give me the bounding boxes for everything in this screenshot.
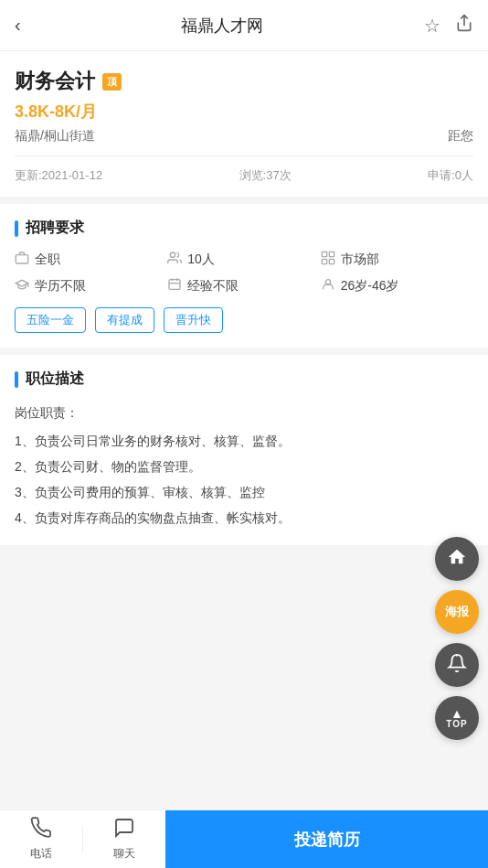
edu-icon bbox=[15, 277, 29, 295]
chat-icon bbox=[113, 817, 135, 844]
top-arrow-icon: ▲ bbox=[451, 707, 463, 720]
apply-label: 投递简历 bbox=[294, 829, 360, 851]
requirements-title: 招聘要求 bbox=[15, 219, 473, 238]
alarm-icon bbox=[447, 653, 467, 678]
chat-button[interactable]: 聊天 bbox=[83, 809, 165, 868]
top-label: TOP bbox=[446, 720, 467, 729]
tag-row: 五险一金 有提成 晋升快 bbox=[15, 307, 473, 333]
tag-promotion: 晋升快 bbox=[164, 307, 223, 333]
people-icon bbox=[167, 251, 182, 268]
phone-button[interactable]: 电话 bbox=[0, 809, 82, 868]
req-item-edu: 学历不限 bbox=[15, 277, 167, 295]
header-icons: ☆ bbox=[424, 14, 473, 37]
page-title: 福鼎人才网 bbox=[181, 15, 263, 37]
desc-item-2: 2、负责公司财、物的监督管理。 bbox=[15, 454, 473, 479]
job-salary: 3.8K-8K/月 bbox=[15, 101, 473, 123]
alarm-float-button[interactable] bbox=[435, 643, 479, 687]
description-card: 职位描述 岗位职责： 1、负责公司日常业务的财务核对、核算、监督。 2、负责公司… bbox=[0, 355, 488, 545]
requirements-card: 招聘要求 全职 bbox=[0, 204, 488, 348]
views-count: 浏览:37次 bbox=[239, 167, 292, 184]
description-title: 职位描述 bbox=[15, 370, 473, 389]
home-icon bbox=[447, 547, 467, 572]
req-item-headcount: 10人 bbox=[167, 251, 320, 268]
float-buttons: 海报 ▲ TOP bbox=[435, 537, 479, 740]
req-item-type: 全职 bbox=[15, 251, 167, 268]
svg-point-9 bbox=[456, 654, 458, 656]
req-headcount-label: 10人 bbox=[187, 252, 215, 268]
req-dept-label: 市场部 bbox=[341, 252, 379, 268]
title-bar bbox=[15, 220, 18, 237]
dept-icon bbox=[321, 251, 335, 268]
back-icon: ‹ bbox=[15, 15, 21, 35]
req-exp-label: 经验不限 bbox=[187, 278, 239, 295]
favorite-button[interactable]: ☆ bbox=[424, 14, 440, 37]
job-title-row: 财务会计 顶 bbox=[15, 68, 473, 95]
tag-commission: 有提成 bbox=[95, 307, 154, 333]
job-location-row: 福鼎/桐山街道 距您 bbox=[15, 128, 473, 145]
svg-rect-5 bbox=[322, 259, 326, 263]
req-type-label: 全职 bbox=[35, 252, 60, 268]
header: ‹ 福鼎人才网 ☆ bbox=[0, 0, 488, 51]
job-title: 财务会计 bbox=[15, 68, 95, 95]
req-item-dept: 市场部 bbox=[321, 251, 473, 268]
svg-rect-3 bbox=[322, 252, 326, 256]
job-badge: 顶 bbox=[102, 73, 122, 91]
job-info-card: 财务会计 顶 3.8K-8K/月 福鼎/桐山街道 距您 更新:2021-01-1… bbox=[0, 51, 488, 197]
top-float-button[interactable]: ▲ TOP bbox=[435, 696, 479, 740]
req-age-label: 26岁-46岁 bbox=[341, 278, 399, 295]
exp-icon bbox=[167, 277, 182, 295]
svg-rect-7 bbox=[169, 280, 180, 290]
apply-button[interactable]: 投递简历 bbox=[165, 810, 488, 868]
desc-intro: 岗位职责： bbox=[15, 402, 473, 424]
desc-item-4: 4、负责对库存商品的实物盘点抽查、帐实核对。 bbox=[15, 505, 473, 530]
poster-float-button[interactable]: 海报 bbox=[435, 590, 479, 634]
req-item-age: 26岁-46岁 bbox=[321, 277, 473, 295]
svg-point-8 bbox=[325, 280, 330, 284]
age-icon bbox=[321, 277, 335, 295]
job-location: 福鼎/桐山街道 bbox=[15, 128, 95, 145]
svg-rect-6 bbox=[329, 259, 334, 263]
main-content: 财务会计 顶 3.8K-8K/月 福鼎/桐山街道 距您 更新:2021-01-1… bbox=[0, 51, 488, 616]
poster-label: 海报 bbox=[445, 604, 469, 620]
req-item-exp: 经验不限 bbox=[167, 277, 320, 295]
job-meta: 更新:2021-01-12 浏览:37次 申请:0人 bbox=[15, 167, 473, 184]
share-icon bbox=[455, 14, 473, 37]
svg-point-2 bbox=[171, 252, 175, 257]
chat-label: 聊天 bbox=[113, 846, 135, 862]
back-button[interactable]: ‹ bbox=[15, 15, 21, 36]
phone-icon bbox=[30, 817, 52, 844]
desc-title-bar bbox=[15, 371, 18, 388]
tag-insurance: 五险一金 bbox=[15, 307, 86, 333]
divider bbox=[15, 155, 473, 156]
desc-item-1: 1、负责公司日常业务的财务核对、核算、监督。 bbox=[15, 428, 473, 454]
requirements-grid: 全职 10人 bbox=[15, 251, 473, 295]
bottom-bar: 电话 聊天 投递简历 bbox=[0, 809, 488, 868]
phone-label: 电话 bbox=[30, 846, 52, 862]
share-button[interactable] bbox=[455, 14, 473, 37]
svg-rect-1 bbox=[16, 255, 27, 263]
star-icon: ☆ bbox=[424, 15, 440, 37]
svg-rect-4 bbox=[329, 252, 334, 256]
update-date: 更新:2021-01-12 bbox=[15, 167, 102, 184]
desc-item-3: 3、负责公司费用的预算、审核、核算、监控 bbox=[15, 479, 473, 505]
fulltime-icon bbox=[15, 251, 29, 268]
home-float-button[interactable] bbox=[435, 537, 479, 581]
job-distance: 距您 bbox=[448, 128, 473, 145]
req-edu-label: 学历不限 bbox=[35, 278, 86, 295]
applications-count: 申请:0人 bbox=[428, 167, 473, 184]
